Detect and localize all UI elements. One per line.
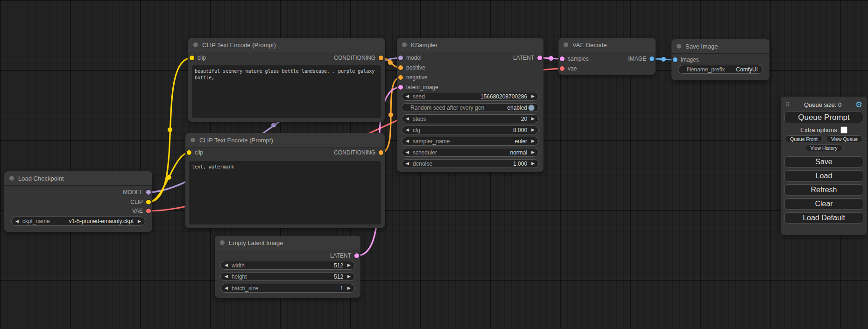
stepper-right-icon[interactable]: ▶ (531, 117, 535, 121)
collapse-dot-icon[interactable] (9, 176, 14, 181)
sampler-name-widget[interactable]: ◀ sampler_name euler ▶ (402, 137, 539, 146)
widget-label: width (232, 262, 334, 269)
save-button[interactable]: Save (784, 156, 863, 168)
load-button[interactable]: Load (784, 170, 863, 182)
filename-prefix-widget[interactable]: filename_prefix ComfyUI (678, 65, 763, 74)
stepper-right-icon[interactable]: ▶ (531, 94, 535, 98)
refresh-button[interactable]: Refresh (784, 184, 863, 196)
load-default-button[interactable]: Load Default (784, 212, 863, 224)
node-vae-decode[interactable]: VAE Decode samples vae IMAGE (558, 38, 656, 75)
node-title-bar[interactable]: Empty Latent Image (215, 236, 360, 250)
latent-port-dot[interactable] (354, 253, 359, 258)
node-ksampler[interactable]: KSampler model positive negative latent_… (397, 38, 543, 172)
width-widget[interactable]: ◀ width 512 ▶ (220, 261, 355, 270)
clip-port-dot[interactable] (146, 200, 151, 204)
latent-port-dot[interactable] (398, 85, 403, 90)
image-port-dot[interactable] (673, 57, 677, 62)
stepper-left-icon[interactable]: ◀ (225, 286, 228, 290)
stepper-left-icon[interactable]: ◀ (406, 94, 409, 98)
ckpt-name-widget[interactable]: ◀ ckpt_name v1-5-pruned-emaonly.ckpt ▶ (11, 217, 145, 226)
conditioning-port-dot[interactable] (379, 150, 383, 155)
collapse-dot-icon[interactable] (193, 42, 198, 47)
input-port-positive: positive (398, 64, 425, 71)
widget-value: euler (515, 138, 527, 145)
node-title-bar[interactable]: Load Checkpoint (4, 171, 152, 186)
node-save-image[interactable]: Save Image images filename_prefix ComfyU… (671, 39, 769, 80)
latent-port-dot[interactable] (537, 56, 542, 60)
extra-options-checkbox[interactable] (840, 126, 847, 133)
image-port-dot[interactable] (649, 56, 654, 61)
collapse-dot-icon[interactable] (677, 44, 681, 49)
stepper-right-icon[interactable]: ▶ (347, 274, 351, 279)
steps-widget[interactable]: ◀ steps 20 ▶ (402, 114, 539, 123)
node-title-bar[interactable]: VAE Decode (558, 38, 656, 52)
conditioning-port-dot[interactable] (379, 56, 383, 60)
vae-port-dot[interactable] (560, 66, 565, 71)
negative-prompt-textarea[interactable]: text, watermark (189, 161, 381, 224)
stepper-left-icon[interactable]: ◀ (225, 263, 228, 267)
port-label: images (681, 56, 699, 63)
stepper-right-icon[interactable]: ▶ (138, 219, 141, 224)
stepper-left-icon[interactable]: ◀ (406, 128, 409, 132)
conditioning-port-dot[interactable] (398, 75, 403, 80)
widget-label: batch_size (232, 285, 340, 292)
denoise-widget[interactable]: ◀ denoise 1.000 ▶ (402, 159, 539, 168)
link-dot-negative (388, 112, 393, 117)
toggle-enabled-icon[interactable] (528, 105, 535, 111)
height-widget[interactable]: ◀ height 512 ▶ (220, 272, 355, 281)
stepper-right-icon[interactable]: ▶ (347, 263, 351, 267)
random-seed-widget[interactable]: Random seed after every gen enabled (402, 103, 539, 112)
view-queue-button[interactable]: View Queue (826, 135, 863, 142)
stepper-left-icon[interactable]: ◀ (406, 117, 409, 121)
positive-prompt-textarea[interactable]: beautiful scenery nature glass bottle la… (192, 65, 381, 118)
vae-port-dot[interactable] (146, 209, 151, 213)
clip-port-dot[interactable] (187, 150, 191, 155)
node-title: Empty Latent Image (229, 239, 283, 246)
node-title-bar[interactable]: Save Image (671, 39, 769, 54)
stepper-left-icon[interactable]: ◀ (15, 219, 19, 224)
collapse-dot-icon[interactable] (402, 42, 407, 47)
port-label: negative (406, 74, 427, 81)
clear-button[interactable]: Clear (784, 198, 863, 210)
settings-gear-icon[interactable]: ⚙ (855, 101, 862, 109)
stepper-right-icon[interactable]: ▶ (531, 161, 535, 166)
clip-port-dot[interactable] (190, 56, 194, 60)
seed-widget[interactable]: ◀ seed 156680208700286 ▶ (402, 92, 539, 101)
node-empty-latent-image[interactable]: Empty Latent Image LATENT ◀ width 512 ▶ … (215, 236, 360, 298)
collapse-dot-icon[interactable] (220, 240, 225, 245)
node-title: Load Checkpoint (18, 175, 64, 182)
stepper-left-icon[interactable]: ◀ (406, 139, 409, 143)
scheduler-widget[interactable]: ◀ scheduler normal ▶ (402, 148, 539, 157)
stepper-right-icon[interactable]: ▶ (531, 139, 535, 143)
stepper-left-icon[interactable]: ◀ (225, 274, 228, 279)
link-dot-sampler-latent (549, 56, 553, 61)
queue-prompt-button[interactable]: Queue Prompt (784, 112, 863, 123)
node-title-bar[interactable]: CLIP Text Encode (Prompt) (188, 38, 385, 52)
node-title: CLIP Text Encode (Prompt) (199, 137, 273, 144)
model-port-dot[interactable] (398, 56, 403, 60)
queue-front-button[interactable]: Queue Front (785, 135, 823, 142)
stepper-left-icon[interactable]: ◀ (406, 150, 409, 154)
batch-size-widget[interactable]: ◀ batch_size 1 ▶ (220, 284, 355, 293)
conditioning-port-dot[interactable] (398, 65, 403, 70)
collapse-dot-icon[interactable] (564, 42, 568, 47)
node-clip-text-encode-positive[interactable]: CLIP Text Encode (Prompt) clip CONDITION… (188, 38, 385, 122)
link-dot-model (271, 123, 276, 127)
collapse-dot-icon[interactable] (191, 138, 195, 142)
stepper-right-icon[interactable]: ▶ (531, 128, 535, 132)
drag-handle-icon[interactable]: ⠿ (785, 101, 790, 108)
node-clip-text-encode-negative[interactable]: CLIP Text Encode (Prompt) clip CONDITION… (185, 133, 385, 228)
output-port-conditioning: CONDITIONING (334, 54, 383, 62)
node-title-bar[interactable]: CLIP Text Encode (Prompt) (185, 133, 385, 147)
stepper-left-icon[interactable]: ◀ (406, 161, 409, 166)
extra-options-label: Extra options (800, 126, 837, 133)
cfg-widget[interactable]: ◀ cfg 8.000 ▶ (402, 126, 539, 134)
view-history-button[interactable]: View History (805, 144, 842, 151)
node-load-checkpoint[interactable]: Load Checkpoint MODEL CLIP VAE ◀ ckpt_na… (4, 171, 152, 232)
widget-label: steps (413, 116, 521, 122)
model-port-dot[interactable] (146, 190, 151, 195)
stepper-right-icon[interactable]: ▶ (347, 286, 351, 290)
latent-port-dot[interactable] (560, 56, 565, 61)
stepper-right-icon[interactable]: ▶ (531, 150, 535, 154)
node-title-bar[interactable]: KSampler (397, 38, 543, 52)
